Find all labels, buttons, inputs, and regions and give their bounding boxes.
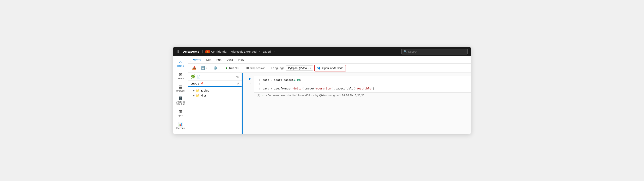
menu-bar: Home Edit Run Data View (188, 56, 471, 64)
editor-area: 🌿 📄 ≪ LH001 📌 ⇄ ▶ 📁 Tabl (188, 73, 471, 134)
sidebar-item-create[interactable]: ⊕ Create (174, 70, 187, 82)
notebook-panel[interactable]: ▾ 1 data = spark.range(5,10) (242, 73, 471, 134)
cell-run-button[interactable] (248, 77, 252, 81)
language-label: Language (271, 67, 284, 70)
sidebar-label-home: Home (177, 65, 184, 67)
cell-gutter: ▾ (246, 76, 254, 85)
more-cells-indicator: ··· (254, 98, 471, 104)
run-all-label: Run all (229, 67, 238, 70)
files-chevron: ▶ (193, 94, 194, 97)
code-content-3: data.write.format("delta").mode("overwri… (263, 87, 374, 91)
code-cell[interactable]: 1 data = spark.range(5,10) 2 (254, 76, 471, 93)
explorer-panel: 🌿 📄 ≪ LH001 📌 ⇄ ▶ 📁 Tabl (188, 73, 242, 134)
collapse-icon[interactable]: ≪ (236, 75, 239, 78)
title-sep1: | (202, 50, 203, 53)
home-icon: ⌂ (179, 60, 182, 64)
settings-icon: ⚙️ (214, 66, 218, 70)
sidebar-item-metrics[interactable]: 📊 Metrics (174, 120, 187, 131)
language-value: PySpark (Pytho... (288, 67, 309, 70)
main-layout: ⌂ Home ⊕ Create ▤ Browse 🗄️ OneLake data… (173, 56, 471, 134)
metrics-icon: 📊 (178, 122, 183, 126)
sidebar-label-apps: Apps (178, 114, 183, 117)
create-icon: ⊕ (178, 72, 182, 77)
sync-icon[interactable]: ⇄ (236, 82, 239, 85)
menu-data[interactable]: Data (224, 57, 235, 62)
line-number-1: 1 (257, 78, 260, 82)
run-all-button[interactable]: Run all ▾ (223, 66, 241, 71)
output-check-icon: ✓ (262, 94, 264, 97)
run-all-caret: ▾ (238, 67, 239, 69)
lakehouse-tree-icon: 🌿 (190, 74, 195, 79)
language-selector[interactable]: PySpark (Pytho... ▾ (286, 65, 313, 71)
sidebar: ⌂ Home ⊕ Create ▤ Browse 🗄️ OneLake data… (173, 56, 188, 134)
tree-item-tables[interactable]: ▶ 📁 Tables (188, 88, 242, 93)
cell-container: ▾ 1 data = spark.range(5,10) (246, 76, 471, 93)
tables-label: Tables (200, 89, 209, 92)
cell-output: [2] ✓ - Command executed in 19 sec 608 m… (254, 93, 471, 98)
play-icon (225, 67, 228, 70)
code-line-1: 1 data = spark.range(5,10) (257, 78, 468, 82)
sidebar-item-onelake[interactable]: 🗄️ OneLake data hub (174, 95, 187, 107)
sidebar-item-apps[interactable]: ⊞ Apps (174, 107, 187, 119)
search-icon: 🔍 (404, 50, 407, 53)
cell-run-icon (249, 78, 251, 80)
sidebar-item-home[interactable]: ⌂ Home (174, 58, 187, 69)
toolbar: 📥 ⬇️ ▾ ⚙️ Run all ▾ (188, 64, 471, 73)
stop-icon (246, 67, 249, 69)
code-line-2: 2 (257, 82, 468, 87)
menu-run[interactable]: Run (214, 57, 224, 62)
code-line-3: 3 data.write.format("delta").mode("overw… (257, 87, 468, 91)
sidebar-label-metrics: Metrics (176, 127, 185, 129)
waffle-icon[interactable]: ⠿ (176, 50, 179, 54)
browse-icon: ▤ (178, 85, 182, 89)
search-bar[interactable]: 🔍 Search (402, 49, 468, 55)
stop-session-button[interactable]: Stop session (245, 66, 267, 70)
language-caret: ▾ (310, 67, 311, 69)
line-number-2: 2 (257, 82, 260, 87)
download-icon: ⬇️ (201, 66, 205, 70)
sidebar-label-browse: Browse (176, 89, 184, 92)
tables-folder-icon: 📁 (196, 89, 199, 92)
sidebar-label-create: Create (176, 77, 184, 80)
title-sep2: · (259, 50, 260, 53)
saved-caret[interactable]: ∨ (274, 50, 275, 53)
settings-button[interactable]: ⚙️ (212, 65, 220, 71)
lh-name: LH001 (190, 82, 199, 85)
explorer-header: 🌿 📄 ≪ (188, 73, 242, 81)
confidential-badge: 🔒 (205, 50, 210, 53)
toolbar-sep3 (243, 66, 243, 71)
files-label: Files (200, 94, 206, 97)
title-bar: ⠿ DeltaDemo | 🔒 Confidential \ Microsoft… (173, 47, 471, 56)
code-content-1: data = spark.range(5,10) (263, 78, 302, 82)
vscode-icon (317, 66, 321, 70)
tables-chevron: ▶ (193, 89, 194, 92)
app-window: ⠿ DeltaDemo | 🔒 Confidential \ Microsoft… (173, 47, 471, 134)
sidebar-label-onelake: OneLake data hub (174, 101, 187, 105)
menu-view[interactable]: View (236, 57, 246, 62)
pin-icon[interactable]: 📌 (200, 82, 204, 85)
files-folder-icon: 📁 (196, 94, 199, 97)
output-text: - Command executed in 19 sec 608 ms by Q… (266, 94, 364, 97)
import-button[interactable]: 📥 (190, 65, 198, 71)
toolbar-sep1 (210, 66, 210, 71)
download-button[interactable]: ⬇️ ▾ (199, 65, 208, 71)
cell-collapse-button[interactable]: ▾ (250, 82, 251, 85)
confidential-label: 🔒 Confidential \ Microsoft Extended (205, 50, 257, 53)
download-caret: ▾ (206, 67, 207, 69)
onelake-icon: 🗄️ (178, 97, 182, 100)
open-vscode-button[interactable]: Open in VS Code (314, 65, 346, 71)
apps-icon: ⊞ (179, 110, 182, 114)
lh-row: LH001 📌 ⇄ (188, 81, 242, 87)
file-icon: 📄 (197, 75, 201, 79)
content-panel: Home Edit Run Data View 📥 ⬇️ ▾ ⚙️ (188, 56, 471, 134)
explorer-tree: ▶ 📁 Tables ▶ 📁 Files (188, 87, 242, 99)
brand-name: DeltaDemo (182, 50, 199, 53)
menu-edit[interactable]: Edit (204, 57, 214, 62)
import-icon: 📥 (192, 66, 196, 70)
play-triangle (226, 67, 228, 69)
tree-item-files[interactable]: ▶ 📁 Files (188, 93, 242, 98)
menu-home[interactable]: Home (190, 57, 203, 62)
stop-session-label: Stop session (250, 67, 265, 70)
open-vscode-label: Open in VS Code (322, 67, 343, 70)
sidebar-item-browse[interactable]: ▤ Browse (174, 83, 187, 94)
